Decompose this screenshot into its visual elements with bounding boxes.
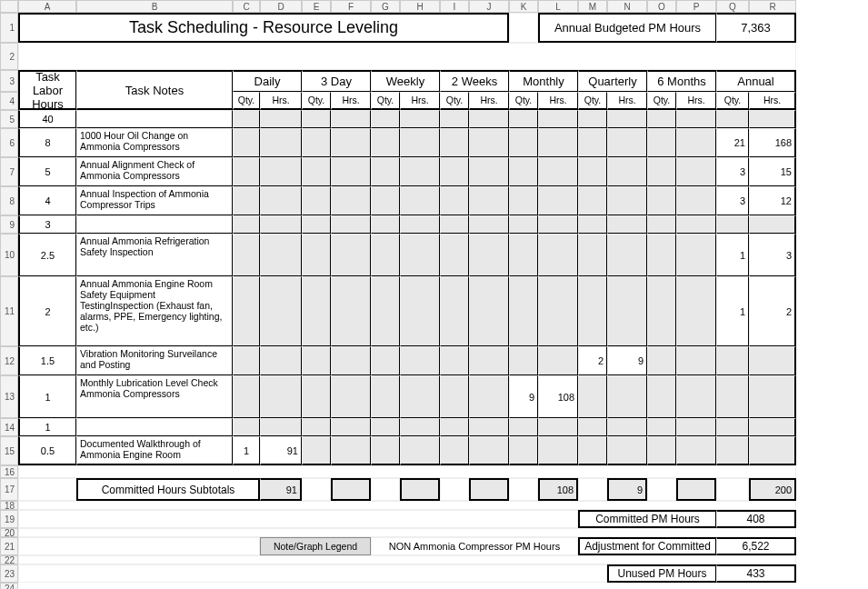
cell[interactable] bbox=[578, 234, 607, 276]
task-note[interactable] bbox=[76, 418, 233, 436]
cell[interactable] bbox=[538, 128, 578, 157]
cell[interactable] bbox=[260, 128, 302, 157]
col-hdr[interactable]: L bbox=[538, 0, 578, 13]
cell[interactable] bbox=[331, 346, 371, 375]
cell[interactable] bbox=[469, 418, 509, 436]
cell[interactable] bbox=[233, 128, 260, 157]
cell[interactable] bbox=[371, 346, 400, 375]
cell[interactable] bbox=[647, 436, 676, 465]
adjustment-value[interactable]: 6,522 bbox=[716, 537, 796, 555]
cell[interactable] bbox=[578, 215, 607, 234]
cell[interactable] bbox=[233, 157, 260, 186]
col-hdr[interactable]: F bbox=[331, 0, 371, 13]
col-hdr[interactable]: K bbox=[509, 0, 538, 13]
cell[interactable] bbox=[716, 375, 749, 418]
cell[interactable] bbox=[440, 186, 469, 215]
select-all-corner[interactable] bbox=[0, 0, 18, 13]
cell[interactable] bbox=[400, 418, 440, 436]
cell[interactable] bbox=[509, 436, 538, 465]
cell[interactable] bbox=[538, 418, 578, 436]
daily-hrs[interactable]: 91 bbox=[260, 436, 302, 465]
annual-hrs[interactable]: 15 bbox=[749, 157, 796, 186]
subtotal-6months[interactable] bbox=[676, 478, 716, 501]
cell[interactable] bbox=[647, 215, 676, 234]
row-hdr[interactable]: 14 bbox=[0, 418, 18, 436]
row-hdr[interactable]: 3 bbox=[0, 70, 18, 92]
cell[interactable] bbox=[440, 346, 469, 375]
hdr-period[interactable]: 2 Weeks bbox=[440, 70, 509, 92]
annual-hrs[interactable]: 168 bbox=[749, 128, 796, 157]
cell[interactable] bbox=[400, 128, 440, 157]
cell[interactable] bbox=[400, 375, 440, 418]
cell[interactable] bbox=[260, 157, 302, 186]
cell[interactable] bbox=[749, 215, 796, 234]
cell[interactable] bbox=[676, 276, 716, 346]
hdr-period[interactable]: Monthly bbox=[509, 70, 578, 92]
task-note[interactable]: Annual Inspection of Ammonia Compressor … bbox=[76, 186, 233, 215]
cell[interactable] bbox=[607, 436, 647, 465]
cell[interactable] bbox=[578, 128, 607, 157]
cell[interactable] bbox=[578, 478, 607, 501]
cell[interactable] bbox=[371, 418, 400, 436]
quarterly-qty[interactable]: 2 bbox=[578, 346, 607, 375]
task-note[interactable] bbox=[76, 215, 233, 234]
cell[interactable] bbox=[538, 234, 578, 276]
col-hdr[interactable]: J bbox=[469, 0, 509, 13]
cell[interactable] bbox=[331, 157, 371, 186]
cell[interactable] bbox=[469, 110, 509, 128]
col-hdr[interactable]: E bbox=[302, 0, 331, 13]
col-hdr[interactable]: N bbox=[607, 0, 647, 13]
cell[interactable] bbox=[469, 276, 509, 346]
cell[interactable] bbox=[647, 128, 676, 157]
cell[interactable] bbox=[371, 128, 400, 157]
cell[interactable] bbox=[302, 215, 331, 234]
cell[interactable] bbox=[260, 346, 302, 375]
row-hdr[interactable]: 5 bbox=[0, 110, 18, 128]
legend-text[interactable]: NON Ammonia Compressor PM Hours bbox=[371, 537, 578, 555]
row-hdr[interactable]: 13 bbox=[0, 375, 18, 418]
committed-value[interactable]: 408 bbox=[716, 510, 796, 528]
cell[interactable] bbox=[440, 375, 469, 418]
cell[interactable] bbox=[18, 465, 796, 478]
cell[interactable] bbox=[302, 418, 331, 436]
cell[interactable] bbox=[676, 436, 716, 465]
cell[interactable] bbox=[607, 418, 647, 436]
task-note[interactable]: 1000 Hour Oil Change on Ammonia Compress… bbox=[76, 128, 233, 157]
col-hdr[interactable]: H bbox=[400, 0, 440, 13]
cell[interactable] bbox=[400, 186, 440, 215]
task-note[interactable]: Vibration Monitoring Surveilance and Pos… bbox=[76, 346, 233, 375]
cell[interactable] bbox=[469, 186, 509, 215]
col-hdr[interactable]: I bbox=[440, 0, 469, 13]
page-title[interactable]: Task Scheduling - Resource Leveling bbox=[18, 13, 509, 43]
hdr-qty[interactable]: Qty. bbox=[440, 92, 469, 110]
annual-qty[interactable]: 3 bbox=[716, 186, 749, 215]
col-hdr[interactable]: D bbox=[260, 0, 302, 13]
col-hdr[interactable]: Q bbox=[716, 0, 749, 13]
cell[interactable] bbox=[676, 110, 716, 128]
cell[interactable] bbox=[400, 346, 440, 375]
task-hours[interactable]: 40 bbox=[18, 110, 76, 128]
cell[interactable] bbox=[18, 555, 796, 564]
cell[interactable] bbox=[331, 276, 371, 346]
row-hdr[interactable]: 16 bbox=[0, 465, 18, 478]
cell[interactable] bbox=[331, 436, 371, 465]
cell[interactable] bbox=[509, 186, 538, 215]
cell[interactable] bbox=[233, 215, 260, 234]
cell[interactable] bbox=[578, 110, 607, 128]
task-note[interactable]: Monthly Lubrication Level Check Ammonia … bbox=[76, 375, 233, 418]
col-hdr[interactable]: R bbox=[749, 0, 796, 13]
cell[interactable] bbox=[509, 346, 538, 375]
cell[interactable] bbox=[440, 234, 469, 276]
task-note[interactable] bbox=[76, 110, 233, 128]
row-hdr[interactable]: 22 bbox=[0, 555, 18, 564]
cell[interactable] bbox=[509, 234, 538, 276]
cell[interactable] bbox=[538, 436, 578, 465]
row-hdr[interactable]: 18 bbox=[0, 501, 18, 510]
hdr-qty[interactable]: Qty. bbox=[509, 92, 538, 110]
cell[interactable] bbox=[233, 110, 260, 128]
cell[interactable] bbox=[749, 110, 796, 128]
hdr-hrs[interactable]: Hrs. bbox=[676, 92, 716, 110]
annual-hrs[interactable]: 12 bbox=[749, 186, 796, 215]
cell[interactable] bbox=[509, 110, 538, 128]
cell[interactable] bbox=[676, 375, 716, 418]
